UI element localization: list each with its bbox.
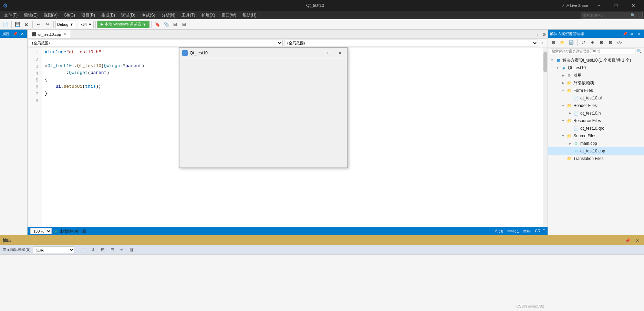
toolbar-btn-7[interactable]: ⊞ <box>171 20 179 29</box>
output-wrap-button[interactable]: ↵ <box>118 246 126 254</box>
menu-git[interactable]: Git(G) <box>61 11 78 19</box>
paste-button[interactable]: ⊟ <box>606 39 614 47</box>
header-files-expand-icon[interactable]: ▼ <box>560 103 566 108</box>
new-tab-button[interactable]: ＋ <box>534 31 541 38</box>
menu-tools[interactable]: 工具(T) <box>179 11 198 19</box>
qt-maximize-button[interactable]: □ <box>324 50 334 56</box>
properties-close-button[interactable]: ✕ <box>19 31 25 37</box>
qt-minimize-button[interactable]: − <box>313 50 323 56</box>
qt-preview-window[interactable]: Qt_test10 − □ ✕ <box>179 47 348 168</box>
menu-project[interactable]: 项目(P) <box>79 11 98 19</box>
output-pin-button[interactable]: 📌 <box>623 236 632 245</box>
collapse-all-button[interactable]: ⊟ <box>549 39 558 47</box>
class-dropdown[interactable]: (全局范围) <box>29 40 283 46</box>
translation-files-item[interactable]: ▶ 📁 Translation Files <box>548 155 644 162</box>
close-button[interactable]: ✕ <box>625 0 641 11</box>
source-files-expand-icon[interactable]: ▼ <box>560 133 566 139</box>
output-clear-button[interactable]: 🗑 <box>128 246 136 254</box>
editor-tab-active[interactable]: ⬛ qt_test10.cpp ✕ <box>28 30 71 38</box>
project-expand-icon[interactable]: ▼ <box>555 65 560 71</box>
menu-window[interactable]: 窗口(W) <box>219 11 239 19</box>
attach-button[interactable]: 📎 <box>162 20 170 29</box>
menu-search-box[interactable]: 🔍 <box>581 12 643 19</box>
toolbar-btn-8[interactable]: ⊟ <box>180 20 188 29</box>
output-source-select[interactable]: 生成 <box>33 246 74 253</box>
show-all-files-button[interactable]: 📁 <box>558 39 567 47</box>
menu-search-input[interactable] <box>582 13 631 17</box>
main-expand-icon[interactable]: ▶ <box>567 141 573 146</box>
save-all-button[interactable]: ⊠ <box>22 20 31 29</box>
debug-config-dropdown[interactable]: Debug ▼ <box>55 21 75 28</box>
menu-help[interactable]: 帮助(H) <box>240 11 259 19</box>
menu-view[interactable]: 视图(V) <box>41 11 60 19</box>
ext-deps-item[interactable]: ▶ 📁 外部依赖项 <box>548 79 644 87</box>
maximize-button[interactable]: □ <box>608 0 624 11</box>
member-dropdown[interactable]: (全局范围) <box>284 40 538 46</box>
git-button[interactable]: ⊕ <box>588 39 596 47</box>
settings-icon[interactable]: ⚙ <box>541 31 548 38</box>
form-files-item[interactable]: ▼ 📁 Form Files <box>548 87 644 94</box>
editor-scrollbar[interactable] <box>543 47 548 227</box>
resource-files-expand-icon[interactable]: ▼ <box>560 118 566 124</box>
run-debugger-button[interactable]: ▶ 本地 Windows 调试器 ▼ <box>97 21 149 28</box>
output-btn-1[interactable]: ⇧ <box>80 246 88 254</box>
scroll-thumb[interactable] <box>543 52 547 72</box>
debug-config-arrow: ▼ <box>70 22 73 26</box>
solution-label: 解决方案'Qt_test10'(1 个项目/共 1 个) <box>562 57 631 63</box>
output-btn-2[interactable]: ⇩ <box>89 246 97 254</box>
source-files-item[interactable]: ▼ 📁 Source Files <box>548 132 644 140</box>
collapse-icon[interactable]: ⊟ <box>45 63 47 69</box>
nav-add-button[interactable]: ＋ <box>539 40 546 46</box>
solution-search-input[interactable] <box>550 48 635 54</box>
explorer-float-button[interactable]: ⧉ <box>629 31 635 37</box>
ui-file-item[interactable]: ▶ 📄 qt_test10.ui <box>548 94 644 102</box>
output-btn-4[interactable]: ⊟ <box>108 246 117 254</box>
bookmark-button[interactable]: 🔖 <box>153 20 162 29</box>
menu-test[interactable]: 测试(S) <box>139 11 158 19</box>
qt-close-button[interactable]: ✕ <box>335 50 345 56</box>
menu-file[interactable]: 文件(F) <box>1 11 20 19</box>
form-files-expand-icon[interactable]: ▼ <box>560 88 566 93</box>
menu-extensions[interactable]: 扩展(X) <box>199 11 218 19</box>
undo-button[interactable]: ↩ <box>34 20 43 29</box>
h-file-icon: 📄 <box>573 110 579 116</box>
copy-button[interactable]: ⊞ <box>597 39 605 47</box>
platform-dropdown[interactable]: x64 ▼ <box>79 21 94 28</box>
new-file-button[interactable]: 📄 <box>1 20 10 29</box>
menu-debug[interactable]: 调试(D) <box>118 11 138 19</box>
solution-expand-icon[interactable]: ▼ <box>549 57 555 63</box>
code-editor[interactable]: 1 2 3 4 5 6 7 8 #include "qt_test10.h" <box>28 47 548 227</box>
solution-search-icon: 🔍 <box>637 49 642 54</box>
menu-edit[interactable]: 编辑(E) <box>21 11 40 19</box>
h-expand-icon[interactable]: ▶ <box>567 110 573 116</box>
redo-button[interactable]: ↪ <box>43 20 52 29</box>
menu-build[interactable]: 生成(B) <box>98 11 118 19</box>
refs-item[interactable]: ▶ ⚙ 引用 <box>548 72 644 79</box>
refresh-button[interactable]: 🔄 <box>567 39 575 47</box>
menu-analyze[interactable]: 分析(N) <box>159 11 178 19</box>
explorer-pin-button[interactable]: 📌 <box>622 31 628 37</box>
sync-button[interactable]: ⇄ <box>579 39 588 47</box>
resource-files-item[interactable]: ▼ 📁 Resource Files <box>548 117 644 125</box>
zoom-select[interactable]: 130 % <box>30 228 52 234</box>
code-dot: . <box>61 83 64 90</box>
solution-root[interactable]: ▼ ⊞ 解决方案'Qt_test10'(1 个项目/共 1 个) <box>548 56 644 64</box>
explorer-close-button[interactable]: ✕ <box>636 31 642 37</box>
qrc-file-item[interactable]: ▶ 📄 qt_test10.qrc <box>548 125 644 132</box>
project-item[interactable]: ▼ ◈ Qt_test10 <box>548 64 644 72</box>
header-files-item[interactable]: ▼ 📁 Header Files <box>548 102 644 109</box>
indent-type: 空格 <box>523 229 531 234</box>
cpp-file-item[interactable]: ▶ ⚙ qt_test10.cpp <box>548 147 644 155</box>
output-close-button[interactable]: ✕ <box>633 236 641 245</box>
refs-expand-icon[interactable]: ▶ <box>560 73 566 78</box>
tab-close-button[interactable]: ✕ <box>63 32 67 36</box>
ext-deps-expand-icon[interactable]: ▶ <box>560 80 566 86</box>
output-btn-3[interactable]: ⊞ <box>99 246 107 254</box>
code-icon-button[interactable]: </> <box>615 39 623 47</box>
minimize-button[interactable]: − <box>591 0 607 11</box>
live-share-button[interactable]: ↗ ↗ Live Share <box>559 3 591 8</box>
properties-pin-button[interactable]: 📌 <box>12 31 18 37</box>
save-button[interactable]: 💾 <box>13 20 22 29</box>
h-file-item[interactable]: ▶ 📄 qt_test10.h <box>548 109 644 117</box>
main-cpp-item[interactable]: ▶ ⚙ main.cpp <box>548 140 644 147</box>
